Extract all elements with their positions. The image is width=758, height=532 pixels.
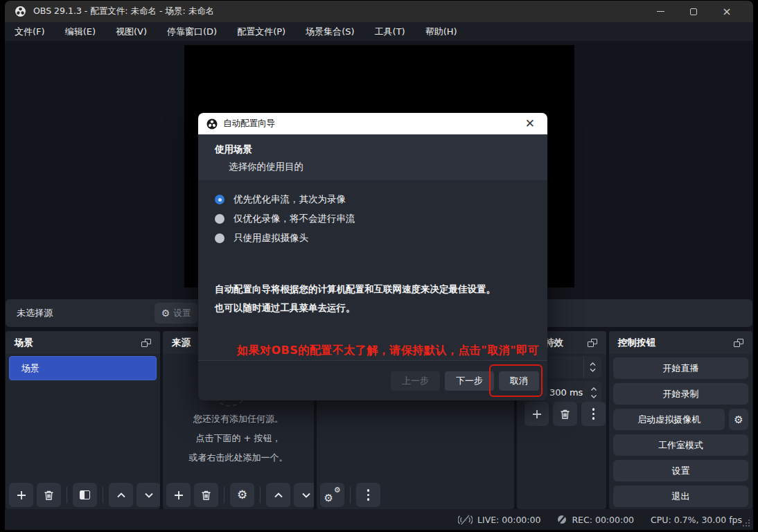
controls-dock-header: 控制按钮 xyxy=(609,331,752,354)
empty-sources-hint: 您还没有添加任何源。 点击下面的 + 按钮， 或者右击此处添加一个。 xyxy=(163,409,314,468)
double-gear-icon: ⚙⚙ xyxy=(326,488,340,502)
wizard-description: 自动配置向导将根据您的计算机配置和互联网速度来决定最佳设置。 也可以随时通过工具… xyxy=(215,280,531,317)
dialog-close-button[interactable]: ✕ xyxy=(521,118,539,130)
menu-item-file[interactable]: 文件(F) xyxy=(15,26,45,38)
resize-grip[interactable] xyxy=(748,525,750,526)
broadcast-off-icon xyxy=(458,515,473,525)
mixer-menu-button[interactable] xyxy=(356,483,380,507)
toolbar-separator xyxy=(103,487,103,504)
add-source-button[interactable] xyxy=(166,483,191,507)
titlebar[interactable]: OBS 29.1.3 - 配置文件: 未命名 - 场景: 未命名 × xyxy=(5,1,753,22)
advanced-audio-button[interactable]: ⚙⚙ xyxy=(320,483,344,507)
window-controls: × xyxy=(644,1,743,22)
spinner-arrows-icon[interactable] xyxy=(590,381,597,404)
stream-status: LIVE: 00:00:00 xyxy=(458,515,540,525)
radio-option-optimize-recording[interactable]: 仅优化录像，将不会进行串流 xyxy=(215,209,531,229)
controls-dock: 控制按钮 开始直播 开始录制 启动虚拟摄像机 ⚙ 工作室模式 设置 退出 xyxy=(609,331,752,509)
status-bar: LIVE: 00:00:00 REC: 00:00:00 CPU: 0.7%, … xyxy=(5,509,753,530)
record-off-icon xyxy=(557,515,567,524)
dialog-titlebar[interactable]: 自动配置向导 ✕ xyxy=(198,113,547,134)
popout-icon[interactable] xyxy=(734,339,743,347)
source-settings-button[interactable]: ⚙ xyxy=(230,483,254,507)
maximize-icon xyxy=(690,8,697,15)
scenes-dock-header: 场景 xyxy=(6,331,160,354)
chevron-down-icon xyxy=(143,490,155,501)
scene-list-item[interactable]: 场景 xyxy=(9,356,157,380)
scenes-dock: 场景 场景 xyxy=(6,331,160,509)
dialog-title: 自动配置向导 xyxy=(223,118,275,130)
combo-arrows-icon xyxy=(583,356,601,378)
add-transition-button[interactable] xyxy=(525,402,549,426)
rec-time: REC: 00:00:00 xyxy=(572,515,634,525)
radio-label: 只使用虚拟摄像头 xyxy=(233,232,308,245)
scenes-toolbar xyxy=(9,483,160,507)
maximize-button[interactable] xyxy=(677,1,710,22)
cancel-button[interactable]: 取消 xyxy=(499,371,539,391)
chevron-up-icon xyxy=(116,490,127,501)
toolbar-separator xyxy=(67,487,67,504)
virtual-camera-settings-button[interactable]: ⚙ xyxy=(729,409,748,430)
move-source-down-button[interactable] xyxy=(294,483,314,507)
popout-icon[interactable] xyxy=(141,339,151,347)
source-properties-label: 设置 xyxy=(173,308,191,319)
kebab-menu-icon xyxy=(367,489,370,501)
plus-icon xyxy=(531,409,543,420)
dialog-step-header: 使用场景 选择你的使用目的 xyxy=(198,134,547,180)
minimize-icon xyxy=(657,11,664,12)
toolbar-separator xyxy=(350,487,351,504)
toolbar-separator xyxy=(260,487,261,504)
start-virtual-camera-button[interactable]: 启动虚拟摄像机 xyxy=(613,409,725,430)
scene-filters-button[interactable] xyxy=(73,483,97,507)
radio-option-virtual-camera[interactable]: 只使用虚拟摄像头 xyxy=(215,229,531,248)
menu-item-tools[interactable]: 工具(T) xyxy=(375,26,405,38)
move-scene-up-button[interactable] xyxy=(109,483,133,507)
step-subtitle: 选择你的使用目的 xyxy=(229,161,531,173)
start-recording-button[interactable]: 开始录制 xyxy=(613,383,748,405)
menu-item-profile[interactable]: 配置文件(P) xyxy=(237,26,285,38)
radio-unselected-icon xyxy=(215,233,224,243)
empty-sources-line: 点击下面的 + 按钮， xyxy=(163,429,314,448)
radio-option-optimize-streaming[interactable]: 优先优化串流，其次为录像 xyxy=(215,190,531,209)
obs-logo-icon xyxy=(15,6,26,17)
popout-icon[interactable] xyxy=(588,339,597,347)
menu-item-scene-collection[interactable]: 场景集合(S) xyxy=(306,26,354,38)
next-button[interactable]: 下一步 xyxy=(445,371,494,391)
obs-logo-icon xyxy=(206,118,218,130)
back-button[interactable]: 上一步 xyxy=(391,371,440,391)
empty-sources-line: 您还没有添加任何源。 xyxy=(163,409,314,429)
trash-icon xyxy=(560,409,570,420)
add-scene-button[interactable] xyxy=(9,483,33,507)
minimize-button[interactable] xyxy=(644,1,677,22)
studio-mode-button[interactable]: 工作室模式 xyxy=(613,434,748,456)
transition-duration-value: 300 ms xyxy=(549,387,583,398)
move-source-up-button[interactable] xyxy=(266,483,290,507)
trash-icon xyxy=(201,490,211,501)
menu-item-help[interactable]: 帮助(H) xyxy=(425,26,457,38)
live-time: LIVE: 00:00:00 xyxy=(477,515,540,525)
chevron-up-icon xyxy=(273,490,284,501)
chevron-down-icon xyxy=(301,490,312,501)
menu-item-docks[interactable]: 停靠窗口(D) xyxy=(167,26,217,38)
dialog-footer: 上一步 下一步 取消 xyxy=(198,360,547,400)
transition-menu-button[interactable] xyxy=(581,402,606,426)
menu-item-view[interactable]: 视图(V) xyxy=(116,26,147,38)
remove-source-button[interactable] xyxy=(194,483,218,507)
menu-item-edit[interactable]: 编辑(E) xyxy=(65,26,96,38)
remove-scene-button[interactable] xyxy=(37,483,61,507)
step-title: 使用场景 xyxy=(215,143,531,156)
source-properties-button[interactable]: ⚙ 设置 xyxy=(155,303,197,323)
exit-button[interactable]: 退出 xyxy=(613,486,748,507)
plus-icon xyxy=(173,490,184,501)
plus-icon xyxy=(16,490,27,501)
empty-sources-line: 或者右击此处添加一个。 xyxy=(163,448,314,468)
gear-icon: ⚙ xyxy=(161,308,170,318)
settings-button[interactable]: 设置 xyxy=(613,460,748,481)
transitions-toolbar xyxy=(525,402,606,426)
close-button[interactable]: × xyxy=(710,1,743,22)
start-streaming-button[interactable]: 开始直播 xyxy=(613,357,748,379)
audio-mixer-toolbar: ⚙⚙ xyxy=(320,483,380,507)
move-scene-down-button[interactable] xyxy=(136,483,160,507)
scenes-dock-title: 场景 xyxy=(15,337,33,349)
remove-transition-button[interactable] xyxy=(553,402,577,426)
radio-unselected-icon xyxy=(215,214,224,224)
